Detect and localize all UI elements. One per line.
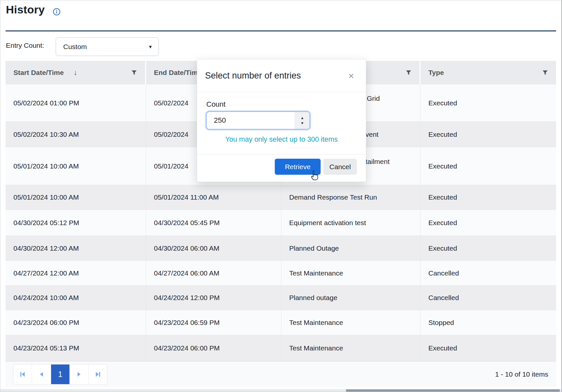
cell-end: 04/27/2024 06:00 AM — [146, 261, 281, 285]
cell-type: Executed — [421, 147, 556, 185]
first-page-button[interactable] — [13, 365, 32, 384]
cell-name: Test Maintenance — [281, 335, 421, 361]
horizontal-scrollbar[interactable] — [0, 389, 562, 392]
close-icon[interactable]: × — [348, 71, 354, 81]
number-spinner: ▲ ▼ — [295, 112, 309, 129]
cell-start: 04/27/2024 12:00 AM — [6, 261, 146, 285]
cell-type: Executed — [421, 236, 556, 260]
cell-type: Executed — [421, 185, 556, 209]
table-row[interactable]: 04/23/2024 06:00 PM 04/23/2024 06:59 PM … — [6, 310, 556, 335]
chevron-down-icon: ▼ — [148, 44, 153, 49]
mouse-cursor-pointer — [309, 170, 320, 182]
table-row[interactable]: 04/30/2024 05:12 PM 04/30/2024 05:45 PM … — [6, 210, 556, 236]
page-title: History — [6, 3, 45, 16]
cell-end: 04/23/2024 06:59 PM — [146, 310, 281, 335]
spinner-down-icon[interactable]: ▼ — [301, 121, 304, 125]
table-row[interactable]: 04/24/2024 10:00 AM 04/24/2024 12:00 PM … — [6, 286, 556, 310]
max-items-hint: You may only select up to 300 items — [197, 135, 366, 144]
cell-name: Test Maintenance — [281, 310, 421, 335]
cell-type: Cancelled — [421, 261, 556, 285]
entry-count-value: Custom — [56, 43, 87, 51]
sort-descending-icon[interactable]: ↓ — [74, 68, 77, 77]
column-label: Start Date/Time — [13, 69, 64, 77]
skip-first-icon — [19, 371, 26, 378]
table-row[interactable]: 05/01/2024 10:00 AM 05/01/2024 11:00 AM … — [6, 185, 556, 210]
skip-last-icon — [94, 371, 102, 378]
count-label: Count — [206, 100, 226, 109]
cell-end: 04/23/2024 06:00 PM — [146, 335, 281, 361]
cell-start: 04/23/2024 05:13 PM — [6, 335, 146, 361]
cell-type: Executed — [421, 335, 556, 361]
dialog-header: Select number of entries × — [197, 60, 366, 92]
page-1-button[interactable]: 1 — [51, 365, 70, 384]
cell-name: Planned outage — [281, 286, 421, 310]
cell-start: 04/30/2024 05:12 PM — [6, 210, 146, 236]
items-summary: 1 - 10 of 10 items — [495, 362, 548, 387]
info-icon[interactable] — [53, 8, 61, 16]
cell-end: 04/30/2024 05:45 PM — [146, 210, 281, 236]
cell-type: Executed — [421, 210, 556, 236]
filter-icon[interactable] — [131, 70, 137, 76]
cell-end: 05/01/2024 11:00 AM — [146, 185, 281, 209]
next-icon — [76, 371, 82, 378]
entry-count-dropdown[interactable]: Custom ▼ — [56, 37, 159, 56]
cell-type: Cancelled — [421, 286, 556, 310]
cell-type: Stopped — [421, 310, 556, 335]
cell-name: Test Maintenance — [281, 261, 421, 285]
spinner-up-icon[interactable]: ▲ — [301, 116, 304, 120]
table-row[interactable]: 04/30/2024 12:00 AM 04/30/2024 06:00 AM … — [6, 236, 556, 261]
cell-start: 04/30/2024 12:00 AM — [6, 236, 146, 260]
cell-name: Equipment activation test — [281, 210, 421, 236]
cell-name: Demand Response Test Run — [281, 185, 421, 209]
cell-end: 04/30/2024 06:00 AM — [146, 236, 281, 260]
filter-icon[interactable] — [405, 70, 412, 76]
count-input[interactable] — [207, 112, 292, 129]
filter-icon[interactable] — [542, 70, 548, 76]
scrollbar-thumb[interactable] — [346, 389, 560, 392]
cell-name: Planned Outage — [281, 236, 421, 260]
dialog-footer: Retrieve Cancel — [197, 154, 366, 182]
cell-start: 05/01/2024 10:00 AM — [6, 185, 146, 209]
dialog-body: Count ▲ ▼ You may only select up to 300 … — [197, 92, 366, 154]
cell-start: 05/01/2024 10:00 AM — [6, 147, 146, 185]
column-header-start-date[interactable]: Start Date/Time ↓ — [6, 61, 146, 84]
table-row[interactable]: 04/27/2024 12:00 AM 04/27/2024 06:00 AM … — [6, 261, 556, 286]
cell-type: Executed — [421, 122, 556, 147]
title-divider — [6, 30, 556, 31]
table-row[interactable]: 04/23/2024 05:13 PM 04/23/2024 06:00 PM … — [6, 335, 556, 361]
cell-type: Executed — [421, 84, 556, 121]
previous-page-button[interactable] — [32, 365, 51, 384]
pagination: 1 — [13, 364, 107, 384]
cell-start: 05/02/2024 10:30 AM — [6, 122, 146, 147]
column-header-type[interactable]: Type — [421, 61, 556, 84]
previous-icon — [38, 371, 45, 378]
column-label: End Date/Time — [154, 69, 201, 77]
cell-end: 04/24/2024 12:00 PM — [146, 286, 281, 310]
dialog-title: Select number of entries — [205, 71, 301, 81]
cell-start: 05/02/2024 01:00 PM — [6, 84, 146, 121]
entry-count-label: Entry Count: — [6, 42, 44, 49]
next-page-button[interactable] — [70, 365, 88, 384]
cancel-button[interactable]: Cancel — [323, 159, 357, 175]
cell-start: 04/24/2024 10:00 AM — [6, 286, 146, 310]
column-label: Type — [428, 69, 444, 77]
last-page-button[interactable] — [89, 365, 107, 384]
select-entries-dialog: Select number of entries × Count ▲ ▼ You… — [197, 59, 366, 182]
cell-start: 04/23/2024 06:00 PM — [6, 310, 146, 335]
count-input-wrapper: ▲ ▼ — [206, 111, 310, 130]
table-footer: 1 1 - 10 of 10 items — [6, 361, 556, 387]
